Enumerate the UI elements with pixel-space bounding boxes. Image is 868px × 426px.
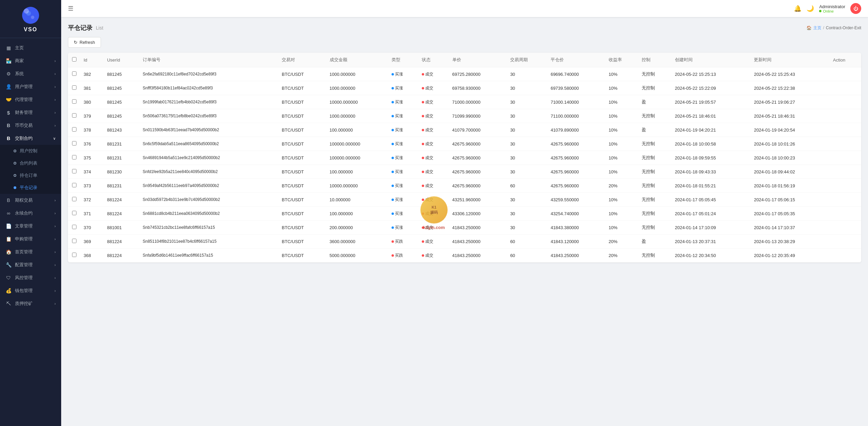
cell-profit-rate: 20%	[605, 235, 639, 249]
sidebar-item-home-mgmt[interactable]: 🏠 首页管理 ›	[0, 245, 61, 258]
cell-id: 370	[80, 221, 104, 235]
cell-profit-rate: 20%	[605, 179, 639, 193]
row-checkbox[interactable]	[72, 197, 76, 201]
logout-button[interactable]: ⏻	[850, 3, 861, 14]
sidebar-item-article[interactable]: 📄 文章管理 ›	[0, 220, 61, 233]
sidebar-item-system[interactable]: ⚙ 系统 ›	[0, 67, 61, 80]
cell-close-price: 41843.380000	[547, 221, 605, 235]
sidebar-item-mining[interactable]: ⛏ 质押挖矿 ›	[0, 297, 61, 310]
finance-icon: $	[5, 110, 12, 116]
arrow-icon: ›	[54, 276, 56, 280]
sidebar-item-user-mgmt[interactable]: 👤 用户管理 ›	[0, 80, 61, 93]
row-checkbox[interactable]	[72, 183, 76, 187]
sidebar-item-positions[interactable]: 持仓订单	[0, 169, 61, 182]
page-title-area: 平仓记录 List	[68, 24, 103, 32]
cell-amount: 10000.000000	[326, 179, 388, 193]
sidebar-item-contract[interactable]: B 交割合约 ∨	[0, 132, 61, 145]
cell-updated: 2024-01-19 04:20:54	[750, 123, 830, 137]
sidebar-item-perpetual[interactable]: ∞ 永续合约 ›	[0, 207, 61, 220]
row-checkbox[interactable]	[72, 155, 76, 159]
cell-type: 买涨	[388, 109, 418, 123]
status-label: 成交	[425, 141, 433, 147]
breadcrumb: 🏠 主页 / Contract-Order-Exit	[806, 25, 861, 31]
cell-updated: 2024-01-18 09:44:02	[750, 165, 830, 179]
sidebar-item-merchant[interactable]: 🏪 商家 ›	[0, 54, 61, 67]
row-checkbox[interactable]	[72, 141, 76, 146]
type-badge: 买涨	[392, 197, 403, 203]
sidebar-item-contract-list[interactable]: 合约列表	[0, 157, 61, 169]
notification-icon[interactable]: 🔔	[794, 5, 801, 12]
row-checkbox[interactable]	[72, 71, 76, 76]
sidebar-item-wallet[interactable]: 💰 钱包管理 ›	[0, 284, 61, 297]
row-checkbox[interactable]	[72, 169, 76, 173]
hamburger-icon[interactable]: ☰	[68, 5, 73, 12]
row-checkbox[interactable]	[72, 239, 76, 243]
sidebar-item-label: 文章管理	[15, 223, 33, 229]
cell-type: 买涨	[388, 165, 418, 179]
breadcrumb-home-icon: 🏠	[806, 25, 812, 30]
cell-status: 成交	[418, 109, 449, 123]
status-badge: 成交	[422, 197, 433, 203]
cell-order-no: Sn851104f8b21011ee87b4c6ff66157a15	[139, 235, 278, 249]
row-checkbox[interactable]	[72, 85, 76, 90]
type-label: 买涨	[395, 141, 403, 147]
cell-id: 380	[80, 95, 104, 109]
sidebar-item-finance[interactable]: $ 财务管理 ›	[0, 106, 61, 119]
sidebar-item-agent-mgmt[interactable]: 🤝 代理管理 ›	[0, 93, 61, 106]
type-dot	[392, 101, 394, 103]
status-dot	[422, 101, 424, 103]
table-container: Id UserId 订单编号 交易对 成交金额 类型 状态 单价 交易周期 平仓…	[68, 53, 861, 262]
table-row: 375 881231 Sn46891944b5a511ee9c214095d50…	[68, 151, 861, 165]
sidebar-item-label: 代理管理	[15, 97, 33, 103]
refresh-button[interactable]: ↻ Refresh	[68, 37, 101, 48]
row-checkbox[interactable]	[72, 127, 76, 132]
cell-control: 无控制	[638, 81, 672, 95]
breadcrumb-home-link[interactable]: 主页	[813, 25, 821, 31]
cell-control: 盈	[638, 95, 672, 109]
cell-id: 374	[80, 165, 104, 179]
row-checkbox[interactable]	[72, 225, 76, 229]
cell-price: 43251.960000	[449, 193, 507, 207]
cell-price: 42675.960000	[449, 137, 507, 151]
type-dot	[392, 129, 394, 131]
type-dot	[392, 143, 394, 145]
type-dot	[392, 185, 394, 187]
cell-action	[830, 249, 861, 262]
row-checkbox[interactable]	[72, 113, 76, 118]
cell-order-no: Sn6881cd8cb4b211eea0634095d50000b2	[139, 207, 278, 221]
sidebar-item-config[interactable]: 🔧 配置管理 ›	[0, 258, 61, 271]
theme-icon[interactable]: 🌙	[806, 5, 814, 12]
row-checkbox[interactable]	[72, 211, 76, 215]
sidebar-item-options[interactable]: B 期权交易 ›	[0, 194, 61, 207]
row-checkbox[interactable]	[72, 253, 76, 257]
status-dot	[422, 87, 424, 89]
status-dot	[422, 240, 424, 243]
sidebar-item-home[interactable]: ▦ 主页	[0, 41, 61, 54]
cell-period: 30	[507, 151, 547, 165]
sidebar-item-apply[interactable]: 📋 申购管理 ›	[0, 233, 61, 245]
type-badge: 买涨	[392, 141, 403, 147]
cell-order-no: Sn46891944b5a511ee9c214095d50000b2	[139, 151, 278, 165]
sidebar-item-close-records[interactable]: 平仓记录	[0, 182, 61, 194]
svg-point-1	[26, 11, 31, 16]
table-row: 378 881243 Sn011590b4b63f11eead7b4095d50…	[68, 123, 861, 137]
type-label: 买涨	[395, 183, 403, 189]
sidebar-item-coin-trade[interactable]: B 币币交易 ›	[0, 119, 61, 132]
dot-icon	[14, 186, 16, 189]
type-label: 买跌	[395, 253, 403, 258]
cell-status: 成交	[418, 95, 449, 109]
row-checkbox-cell	[68, 221, 80, 235]
sidebar-item-user-control[interactable]: 用户控制	[0, 145, 61, 157]
online-status: Online	[819, 9, 845, 13]
sidebar-item-label: 申购管理	[15, 236, 33, 242]
row-checkbox[interactable]	[72, 99, 76, 104]
status-label: 成交	[425, 211, 433, 217]
cell-status: 成交	[418, 123, 449, 137]
cell-amount: 100000.000000	[326, 151, 388, 165]
cell-order-no: Sn03dd5972b4b311ee9b7c4095d50000b2	[139, 193, 278, 207]
sidebar-item-risk[interactable]: 🛡 风控管理 ›	[0, 271, 61, 284]
select-all-checkbox[interactable]	[72, 57, 76, 62]
sidebar-item-label: 用户管理	[15, 84, 33, 90]
status-label: 成交	[425, 183, 433, 189]
refresh-label: Refresh	[80, 40, 95, 45]
